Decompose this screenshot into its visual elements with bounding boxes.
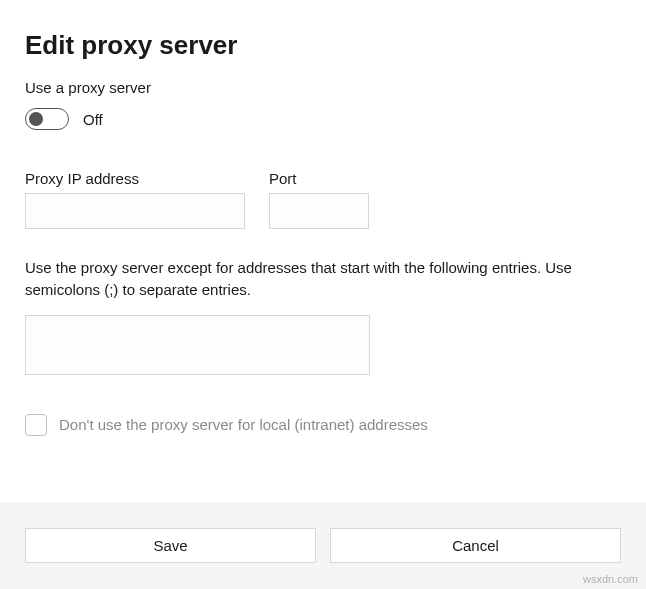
port-label: Port xyxy=(269,170,369,187)
exceptions-description: Use the proxy server except for addresse… xyxy=(25,257,621,301)
ip-field-group: Proxy IP address xyxy=(25,170,245,229)
proxy-toggle[interactable] xyxy=(25,108,69,130)
local-addresses-row: Don't use the proxy server for local (in… xyxy=(25,414,621,436)
save-button[interactable]: Save xyxy=(25,528,316,563)
address-port-row: Proxy IP address Port xyxy=(25,170,621,229)
proxy-toggle-state: Off xyxy=(83,111,103,128)
button-bar: Save Cancel xyxy=(0,502,646,589)
local-addresses-checkbox[interactable] xyxy=(25,414,47,436)
ip-label: Proxy IP address xyxy=(25,170,245,187)
watermark: wsxdn.com xyxy=(583,573,638,585)
proxy-port-input[interactable] xyxy=(269,193,369,229)
toggle-knob-icon xyxy=(29,112,43,126)
page-title: Edit proxy server xyxy=(25,30,621,61)
local-addresses-label: Don't use the proxy server for local (in… xyxy=(59,416,428,433)
cancel-button[interactable]: Cancel xyxy=(330,528,621,563)
exceptions-input[interactable] xyxy=(25,315,370,375)
use-proxy-label: Use a proxy server xyxy=(25,79,621,96)
proxy-ip-input[interactable] xyxy=(25,193,245,229)
port-field-group: Port xyxy=(269,170,369,229)
proxy-toggle-row: Off xyxy=(25,108,621,130)
